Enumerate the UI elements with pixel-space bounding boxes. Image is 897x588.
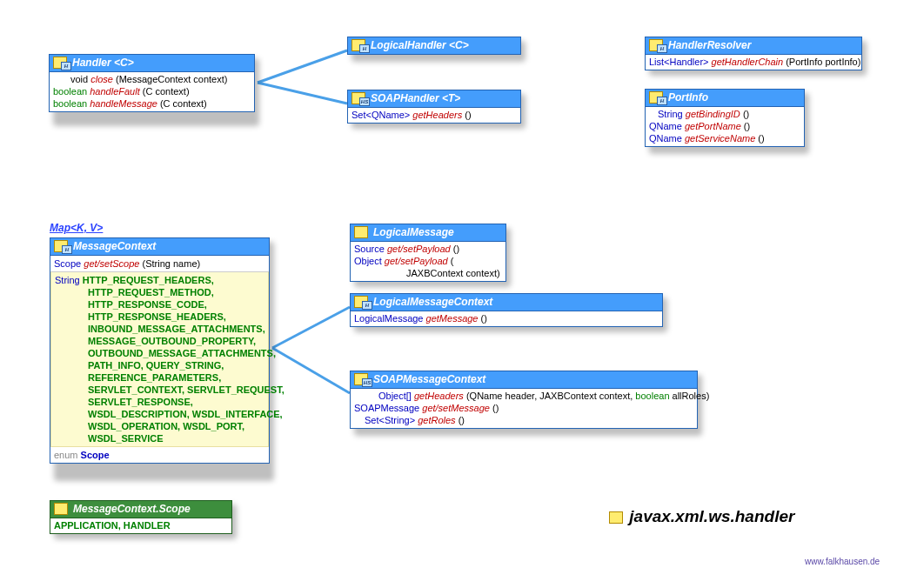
const: WSDL_DESCRIPTION, WSDL_INTERFACE,	[88, 409, 283, 419]
const: WSDL_SERVICE	[88, 433, 164, 444]
interface-icon: HS	[354, 373, 370, 385]
package-name: javax.xml.ws.handler	[629, 507, 794, 525]
class-header: H PortInfo	[645, 89, 805, 107]
class-header: HS SOAPHandler <T>	[347, 90, 521, 108]
generic: <C>	[114, 57, 134, 69]
const: SERVLET_RESPONSE,	[88, 397, 193, 407]
class-header: H HandlerResolver	[645, 37, 862, 55]
class-header: HS SOAPMessageContext	[350, 371, 698, 389]
generic: <T>	[442, 92, 460, 104]
class-handlerresolver: H HandlerResolver List<Handler> getHandl…	[645, 37, 862, 70]
class-title: MessageContext.Scope	[73, 503, 191, 515]
const: MESSAGE_OUTBOUND_PROPERTY,	[88, 336, 256, 346]
class-body: Set<QName> getHeaders ()	[347, 108, 521, 124]
class-logicalmessagecontext: H LogicalMessageContext LogicalMessage g…	[350, 293, 663, 327]
const: HTTP_RESPONSE_HEADERS,	[88, 311, 226, 322]
class-logicalmessage: LogicalMessage Source get/setPayload () …	[350, 224, 506, 282]
class-header: MessageContext.Scope	[50, 500, 232, 518]
class-body: Source get/setPayload () Object get/setP…	[350, 242, 506, 282]
svg-line-1	[258, 83, 347, 104]
method-row: boolean handleMessage (C context)	[53, 97, 251, 110]
class-header: H Handler <C>	[49, 54, 255, 72]
const: REFERENCE_PARAMETERS,	[88, 372, 221, 383]
class-logicalhandler: H LogicalHandler <C>	[347, 37, 521, 55]
class-title: SOAPHandler	[371, 92, 439, 104]
method-row: Set<QName> getHeaders ()	[351, 109, 517, 121]
const: APPLICATION, HANDLER	[54, 520, 171, 531]
class-body: List<Handler> getHandlerChain (PortInfo …	[645, 55, 862, 70]
interface-icon: HS	[351, 92, 367, 104]
class-title: LogicalMessageContext	[373, 296, 492, 308]
const: WSDL_OPERATION, WSDL_PORT,	[88, 421, 244, 431]
class-portinfo: H PortInfo String getBindingID () QName …	[645, 89, 805, 147]
class-body: String getBindingID () QName getPortName…	[645, 107, 805, 147]
class-body: void close (MessageContext context) bool…	[49, 72, 255, 112]
const: HTTP_REQUEST_METHOD,	[88, 287, 214, 297]
footer-link[interactable]: www.falkhausen.de	[805, 557, 880, 566]
package-title: javax.xml.ws.handler	[609, 507, 794, 526]
method-row: Source get/setPayload ()	[354, 243, 502, 255]
interface-icon: H	[54, 240, 70, 252]
const: INBOUND_MESSAGE_ATTACHMENTS,	[88, 324, 265, 334]
enum-row: enum Scope	[50, 447, 269, 463]
method-row: boolean handleFault (C context)	[53, 85, 251, 97]
const: HTTP_REQUEST_HEADERS,	[83, 275, 214, 285]
package-icon	[609, 511, 625, 524]
method-row: SOAPMessage get/setMessage ()	[354, 402, 693, 414]
class-body: LogicalMessage getMessage ()	[350, 311, 663, 327]
method-row: Object get/setPayload (	[354, 255, 502, 267]
const-type: String	[55, 275, 80, 285]
method-row: QName getServiceName ()	[649, 132, 800, 144]
const: HTTP_RESPONSE_CODE,	[88, 299, 207, 310]
method-row: void close (MessageContext context)	[53, 73, 251, 85]
class-handler: H Handler <C> void close (MessageContext…	[49, 54, 255, 112]
class-messagecontext: H MessageContext Scope get/setScope (Str…	[50, 237, 270, 464]
interface-icon: H	[649, 39, 665, 51]
class-title: PortInfo	[668, 91, 708, 104]
const: OUTBOUND_MESSAGE_ATTACHMENTS,	[88, 348, 276, 358]
class-header: H LogicalHandler <C>	[347, 37, 521, 55]
class-icon	[354, 226, 370, 238]
class-header: H MessageContext	[50, 237, 270, 256]
interface-icon: H	[351, 39, 367, 51]
supertype-label: Map<K, V>	[50, 222, 103, 234]
class-soapmessagecontext: HS SOAPMessageContext Object[] getHeader…	[350, 371, 698, 429]
class-body: APPLICATION, HANDLER	[50, 518, 232, 534]
method-row: Scope get/setScope (String name)	[50, 256, 269, 271]
class-header: LogicalMessage	[350, 224, 506, 242]
generic: <C>	[449, 39, 469, 51]
method-row: LogicalMessage getMessage ()	[354, 312, 659, 324]
class-header: H LogicalMessageContext	[350, 293, 663, 311]
svg-line-2	[272, 307, 350, 348]
constants-block: String HTTP_REQUEST_HEADERS, HTTP_REQUES…	[50, 271, 269, 447]
method-row: List<Handler> getHandlerChain (PortInfo …	[649, 56, 858, 68]
method-row: Object[] getHeaders (QName header, JAXBC…	[354, 390, 693, 402]
interface-icon: H	[649, 91, 665, 104]
enum-icon	[54, 503, 70, 515]
const: SERVLET_CONTEXT, SERVLET_REQUEST,	[88, 384, 284, 395]
class-soaphandler: HS SOAPHandler <T> Set<QName> getHeaders…	[347, 90, 521, 124]
svg-line-0	[258, 50, 347, 83]
method-row: String getBindingID ()	[649, 108, 800, 120]
interface-icon: H	[354, 296, 370, 308]
class-body: Scope get/setScope (String name) String …	[50, 256, 270, 464]
method-row: JAXBContext context)	[354, 267, 502, 279]
interface-icon: H	[53, 57, 69, 69]
diagram-canvas: H Handler <C> void close (MessageContext…	[0, 0, 897, 588]
method-row: Set<String> getRoles ()	[354, 414, 693, 426]
class-title: MessageContext	[73, 240, 156, 252]
class-title: HandlerResolver	[668, 39, 751, 51]
method-row: QName getPortName ()	[649, 120, 800, 132]
class-title: LogicalMessage	[373, 226, 454, 238]
class-title: SOAPMessageContext	[373, 373, 485, 385]
class-body: Object[] getHeaders (QName header, JAXBC…	[350, 389, 698, 429]
const: PATH_INFO, QUERY_STRING,	[88, 360, 224, 371]
class-title: Handler	[72, 57, 111, 69]
class-title: LogicalHandler	[371, 39, 446, 51]
enum-scope: MessageContext.Scope APPLICATION, HANDLE…	[50, 500, 232, 534]
